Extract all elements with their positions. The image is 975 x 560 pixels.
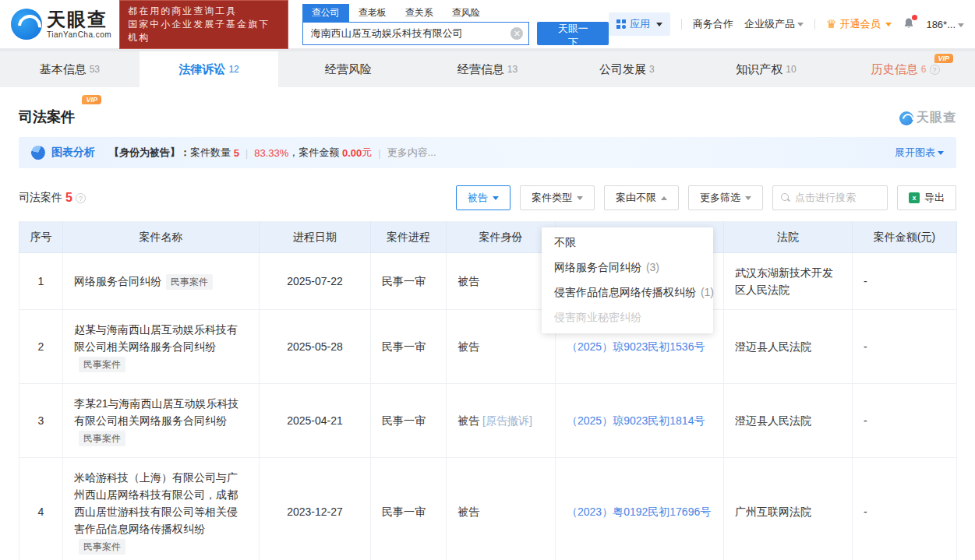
nav-tab-3[interactable]: 经营信息13 (418, 51, 557, 87)
nav-tab-count: 3 (649, 64, 655, 75)
nav-tab-0[interactable]: 基本信息53 (0, 51, 140, 87)
chevron-down-icon (656, 23, 662, 26)
column-header-7: 案件金额(元) (853, 222, 957, 253)
divider: | (246, 147, 248, 159)
column-header-6: 法院 (724, 222, 853, 253)
table-search-input[interactable]: 点击进行搜索 (772, 185, 888, 210)
search-tab-2[interactable]: 查关系 (396, 4, 443, 22)
nav-tab-count: 13 (507, 64, 518, 75)
case-reason-dropdown: 不限网络服务合同纠纷 (3)侵害作品信息网络传播权纠纷 (1)侵害商业秘密纠纷 (542, 227, 713, 333)
enterprise-products-link[interactable]: 企业级产品 (744, 17, 804, 31)
filter-button-0[interactable]: 被告 (456, 185, 510, 210)
case-type-tag: 民事案件 (79, 539, 125, 555)
filter-button-label: 被告 (468, 191, 488, 205)
search-placeholder: 点击进行搜索 (795, 191, 856, 205)
brand-name: 天眼查 (47, 10, 111, 29)
business-coop-link[interactable]: 商务合作 (693, 17, 733, 31)
table-row: 2赵某与海南西山居互动娱乐科技有限公司相关网络服务合同纠纷民事案件2025-05… (19, 310, 957, 384)
watermark-logo: 天眼查 (899, 110, 956, 126)
dropdown-item-count: (1) (698, 286, 714, 298)
dropdown-item-2[interactable]: 侵害作品信息网络传播权纠纷 (1) (542, 280, 713, 305)
apps-button[interactable]: 应用 (609, 12, 670, 36)
cell-role: 被告[原告撤诉] (447, 384, 556, 458)
nav-tab-label: 基本信息 (40, 62, 87, 77)
chart-analysis-link[interactable]: 图表分析 (51, 146, 95, 160)
open-vip-link[interactable]: ♛ 开通会员 (826, 17, 892, 31)
role-text: 被告 (457, 340, 479, 353)
nav-tab-label: 法律诉讼 (178, 62, 225, 77)
search-tab-1[interactable]: 查老板 (349, 4, 396, 22)
cell-index: 3 (19, 384, 63, 458)
case-number-link[interactable]: （2025）琼9023民初1536号 (567, 340, 705, 353)
chevron-down-icon (493, 196, 499, 200)
notification-bell-icon[interactable] (903, 17, 915, 32)
cell-case-number: （2023）粤0192民初17696号 (556, 458, 724, 560)
search-icon (781, 193, 790, 203)
filter-button-3[interactable]: 更多筛选 (688, 185, 763, 210)
amount-label: 案件金额 (299, 146, 339, 160)
cell-case-name: 李某21与海南西山居互动娱乐科技有限公司相关网络服务合同纠纷民事案件 (63, 384, 260, 458)
chevron-down-icon (958, 23, 964, 27)
export-button[interactable]: x导出 (897, 185, 956, 210)
analysis-prefix: 【身份为被告】： (109, 146, 190, 160)
nav-tab-1[interactable]: 法律诉讼12 (140, 51, 279, 87)
cell-role: 被告 (447, 253, 556, 310)
column-header-3: 案件进程 (371, 222, 447, 253)
help-icon[interactable]: ? (76, 193, 86, 203)
filter-button-2[interactable]: 案由不限 (604, 185, 679, 210)
logo[interactable]: 天眼查 TianYanCha.com (11, 9, 111, 40)
nav-tab-count: 6 (921, 64, 927, 75)
chevron-down-icon (577, 196, 583, 200)
case-name-text: 网络服务合同纠纷 (74, 275, 161, 287)
dropdown-item-count: (3) (643, 261, 659, 273)
help-icon: ? (930, 65, 940, 75)
dropdown-item-0[interactable]: 不限 (542, 231, 713, 255)
role-text: 被告 (457, 505, 479, 518)
more-content-link[interactable]: 更多内容... (387, 146, 436, 160)
table-row: 4米哈游科技（上海）有限公司与广州西山居网络科技有限公司，成都西山居世游科技有限… (19, 458, 957, 560)
filter-button-label: 案件类型 (532, 191, 572, 205)
brand-domain: TianYanCha.com (47, 31, 111, 39)
divider (814, 19, 815, 30)
case-name-text: 赵某与海南西山居互动娱乐科技有限公司相关网络服务合同纠纷 (74, 323, 238, 353)
chevron-down-icon (745, 196, 751, 200)
dropdown-item-1[interactable]: 网络服务合同纠纷 (3) (542, 255, 713, 280)
case-type-tag: 民事案件 (79, 431, 125, 446)
nav-tab-5[interactable]: 知识产权10 (697, 51, 836, 87)
nav-tab-label: 经营风险 (325, 62, 372, 77)
nav-tab-count: 53 (90, 64, 100, 75)
vip-badge: VIP (82, 95, 101, 104)
clear-icon[interactable]: ✕ (510, 27, 523, 40)
divider (681, 19, 682, 30)
chevron-up-icon (661, 196, 667, 200)
column-header-1: 案件名称 (63, 222, 260, 253)
search-button[interactable]: 天眼一下 (537, 22, 609, 45)
cell-role: 被告 (447, 310, 556, 384)
tianyancha-logo-icon (11, 9, 42, 40)
cell-case-progress: 民事一审 (371, 458, 447, 560)
cell-case-name: 赵某与海南西山居互动娱乐科技有限公司相关网络服务合同纠纷民事案件 (63, 310, 260, 384)
user-phone-menu[interactable]: 186*... (926, 19, 964, 30)
cell-case-number: （2025）琼9023民初1814号 (556, 384, 724, 458)
nav-tab-4[interactable]: 公司发展3 (557, 51, 697, 87)
cell-court: 武汉东湖新技术开发区人民法院 (724, 253, 853, 310)
search-tab-3[interactable]: 查风险 (443, 4, 489, 22)
list-title: 司法案件 (19, 191, 62, 205)
nav-tab-6[interactable]: VIP历史信息6? (835, 51, 975, 87)
nav-tab-label: 历史信息 (871, 62, 918, 77)
nav-tab-2[interactable]: 经营风险 (278, 51, 418, 87)
cell-index: 1 (19, 253, 63, 310)
expand-chart-link[interactable]: 展开图表 (895, 146, 944, 160)
nav-tab-label: 知识产权 (736, 62, 782, 77)
case-number-link[interactable]: （2023）粤0192民初17696号 (567, 505, 711, 518)
search-tab-0[interactable]: 查公司 (302, 4, 349, 22)
nav-tab-label: 经营信息 (457, 62, 504, 77)
case-number-link[interactable]: （2025）琼9023民初1814号 (567, 414, 705, 427)
cell-case-name: 网络服务合同纠纷民事案件 (63, 253, 260, 310)
header-right: 应用 商务合作 企业级产品 ♛ 开通会员 186*... (609, 12, 964, 36)
filter-button-1[interactable]: 案件类型 (520, 185, 595, 210)
filter-buttons: 被告案件类型案由不限更多筛选点击进行搜索x导出 (456, 185, 956, 210)
promo-banner: 都在用的商业查询工具 国家中小企业发展子基金旗下机构 (119, 0, 288, 49)
search-input[interactable] (302, 22, 529, 45)
role-text: 被告 (457, 275, 479, 287)
